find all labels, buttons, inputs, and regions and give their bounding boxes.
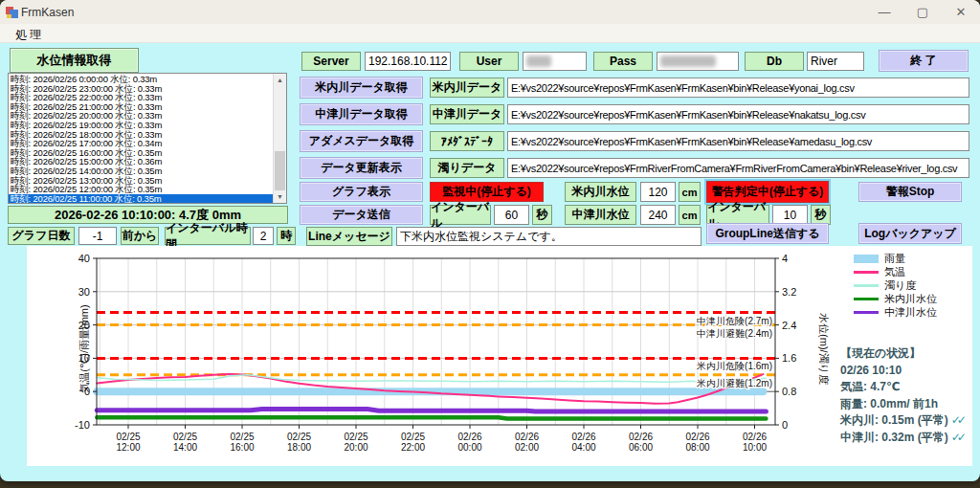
scroll-thumb[interactable] [275,151,285,190]
from-label: 前から [121,227,159,245]
interval-hours-unit: 時 [277,227,296,245]
yonai-level-unit: cm [679,182,701,202]
legend-item: 中津川水位 [854,305,937,319]
send-data-button[interactable]: データ送信 [300,205,423,225]
svg-text:02/2610:00: 02/2610:00 [743,432,767,453]
legend-label: 雨量 [884,252,905,266]
water-level-log-list[interactable]: 時刻: 2026/02/26 0:00:00 水位: 0.33m時刻: 2026… [8,73,287,204]
exit-button[interactable]: 終 了 [879,50,969,72]
legend-swatch-icon [854,271,879,274]
svg-text:02/2522:00: 02/2522:00 [401,432,425,453]
pass-value-redacted [660,55,716,67]
fetch-water-info-button[interactable]: 水位情報取得 [10,48,139,73]
nakatsu-level-input[interactable]: 240 [640,205,676,225]
legend-swatch-icon [854,255,879,263]
nakatsu-path-input[interactable]: E:¥vs2022¥source¥repos¥FrmKasen¥FrmKasen… [507,104,969,124]
interval1-input[interactable]: 60 [494,205,529,225]
db-label: Db [745,52,804,71]
line-message-input[interactable]: 下米内水位監視システムです。 [396,227,702,246]
svg-text:米内川避難(1.2m): 米内川避難(1.2m) [696,378,772,388]
scroll-down-icon[interactable]: ▼ [274,190,286,203]
svg-text:1.6: 1.6 [782,352,796,364]
svg-text:02/2600:00: 02/2600:00 [457,432,481,453]
current-status-line: 気温: 4.7℃ [840,379,980,396]
server-label: Server [301,52,361,71]
svg-text:02/2606:00: 02/2606:00 [629,432,653,453]
current-status-title: 【現在の状況】 [840,345,980,363]
svg-text:30: 30 [78,286,90,298]
alarm-stop-button[interactable]: 警報Stop [858,182,962,202]
legend-label: 中津川水位 [884,305,937,320]
user-value-redacted [526,55,551,67]
interval1-unit: 秒 [532,205,552,225]
legend-swatch-icon [854,284,879,287]
current-status-line: 米内川: 0.15m (平常)✓✓ [840,412,980,430]
chart-panel: 中津川危険(2.7m)中津川避難(2.4m)米内川危険(1.6m)米内川避難(1… [27,246,972,466]
interval-hours-label: インターバル時間 [165,227,251,245]
turbidity-path-input[interactable]: E:¥vs2022¥source¥repos¥FrmRiverFromCamer… [507,158,969,178]
menu-shori[interactable]: 処 理 [10,26,47,44]
screenshot-root: FrmKasen — ▢ ✕ 処 理 水位情報取得 Server 192.168… [0,0,980,488]
right-axis-label: 水位(m)/濁り度 [816,313,831,385]
svg-text:-10: -10 [75,419,90,431]
minimize-button[interactable]: — [865,0,903,24]
interval2-unit: 秒 [811,205,831,225]
legend-swatch-icon [854,311,879,314]
svg-text:中津川危険(2.7m): 中津川危険(2.7m) [697,316,772,326]
yonai-level-label: 米内川水位 [565,182,636,202]
server-input[interactable]: 192.168.10.112 [365,52,451,71]
groupline-send-button[interactable]: GroupLine送信する [706,223,829,244]
svg-text:米内川危険(1.6m): 米内川危険(1.6m) [696,361,772,371]
maximize-button[interactable]: ▢ [903,0,942,24]
amedas-path-input[interactable]: E:¥vs2022¥source¥repos¥FrmKasen¥FrmKasen… [507,131,969,151]
legend-item: 気温 [854,265,937,278]
fetch-yonai-button[interactable]: 米内川データ取得 [300,77,423,99]
window-title: FrmKasen [21,6,74,19]
scroll-up-icon[interactable]: ▲ [274,74,286,86]
svg-text:40: 40 [78,253,90,264]
current-status-panel: 【現在の状況】02/26 10:10気温: 4.7℃雨量: 0.0mm/ 前1h… [840,345,980,446]
legend-label: 米内川水位 [884,292,937,306]
legend-item: 濁り度 [854,278,937,292]
nakatsu-level-label: 中津川水位 [565,205,636,225]
user-input[interactable] [523,52,587,71]
app-window: FrmKasen — ▢ ✕ 処 理 水位情報取得 Server 192.168… [0,0,980,481]
refresh-data-button[interactable]: データ更新表示 [300,157,423,179]
svg-text:3.2: 3.2 [782,286,796,298]
ok-check-icon: ✓✓ [951,431,963,444]
svg-text:02/2514:00: 02/2514:00 [173,432,197,453]
fetch-nakatsu-button[interactable]: 中津川データ取得 [300,103,423,125]
amedas-data-label: ｱﾒﾀﾞｽﾃﾞｰﾀ [430,131,504,151]
interval-hours-input[interactable]: 2 [253,227,274,245]
ok-check-icon: ✓✓ [951,413,963,427]
close-button[interactable]: ✕ [942,0,980,24]
svg-text:4: 4 [782,253,788,264]
pass-input[interactable] [657,52,739,71]
db-input[interactable]: River [807,52,864,71]
title-bar: FrmKasen — ▢ ✕ [0,0,980,24]
legend-label: 濁り度 [884,278,916,293]
user-label: User [459,52,519,71]
graph-days-input[interactable]: -1 [78,227,117,245]
turbidity-data-label: 濁りデータ [430,158,504,178]
fetch-amedas-button[interactable]: アダメスデータ取得 [300,130,423,152]
yonai-path-input[interactable]: E:¥vs2022¥source¥repos¥FrmKasen¥FrmKasen… [507,78,969,98]
svg-text:02/2602:00: 02/2602:00 [515,432,539,453]
interval2-input[interactable]: 10 [772,205,808,225]
nakatsu-level-unit: cm [679,205,701,225]
log-backup-button[interactable]: Logバックアップ [858,223,962,244]
svg-text:02/2518:00: 02/2518:00 [287,432,311,453]
svg-text:02/2608:00: 02/2608:00 [685,432,709,453]
log-scrollbar[interactable]: ▲ ▼ [273,74,286,203]
show-graph-button[interactable]: グラフ表示 [300,182,423,202]
svg-text:02/2516:00: 02/2516:00 [230,432,254,453]
svg-text:0.8: 0.8 [782,386,796,397]
svg-text:02/2604:00: 02/2604:00 [571,432,595,453]
legend-item: 米内川水位 [854,292,937,305]
line-message-label: Lineメッセージ [306,227,392,246]
menu-bar: 処 理 [0,24,980,43]
pass-label: Pass [593,52,653,71]
yonai-level-input[interactable]: 120 [640,182,676,202]
log-row[interactable]: 時刻: 2026/02/25 11:00:00 水位: 0.35m [9,194,286,204]
nakatsu-data-label: 中津川データ [430,104,504,124]
